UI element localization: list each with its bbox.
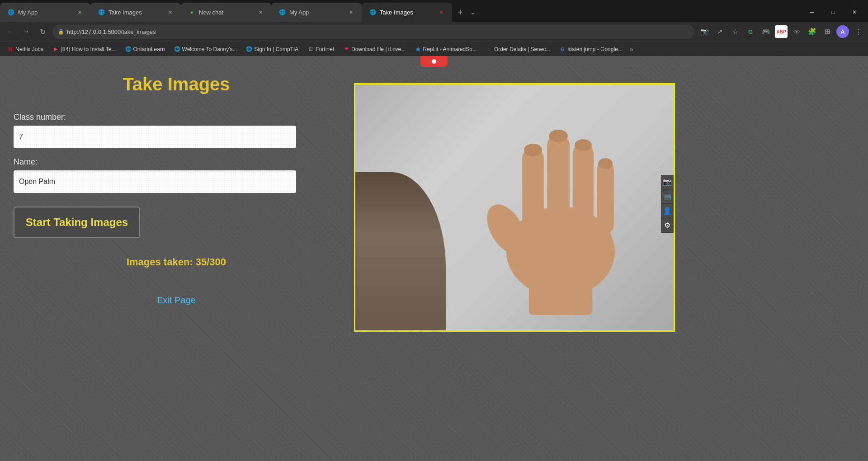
maximize-button[interactable]: □: [823, 5, 843, 19]
tab-favicon-1: 🌐: [7, 9, 14, 16]
bookmark-comptia[interactable]: 🌐 Sign In | CompTIA: [242, 45, 302, 53]
tab-my-app-1[interactable]: 🌐 My App ✕: [0, 3, 90, 22]
grammarly-icon[interactable]: G: [744, 25, 757, 38]
svg-point-8: [575, 139, 592, 151]
tab-title-2: Take Images: [108, 9, 163, 16]
tab-favicon-4: 🌐: [278, 9, 286, 16]
tab-title-3: New chat: [199, 9, 253, 16]
bookmark-danny[interactable]: 🌐 Welcome To Danny's...: [170, 45, 241, 53]
netflix-favicon: N: [7, 46, 14, 52]
window-controls: ─ □ ✕: [802, 3, 868, 22]
camera-person: [355, 172, 446, 330]
browser-chrome: 🌐 My App ✕ 🌐 Take Images ✕ ● New chat ✕ …: [0, 0, 868, 56]
address-row: ← → ↻ 🔒 http://127.0.0.1:5000/take_image…: [0, 22, 868, 42]
svg-rect-2: [522, 148, 544, 229]
svg-point-7: [549, 130, 568, 142]
bookmark-comptia-label: Sign In | CompTIA: [254, 46, 298, 52]
tab-favicon-2: 🌐: [98, 9, 105, 16]
close-window-button[interactable]: ✕: [844, 5, 864, 19]
minimize-button[interactable]: ─: [802, 5, 822, 19]
comptia-favicon: 🌐: [246, 46, 252, 52]
bookmark-fortinet[interactable]: ⊞ Fortinet: [304, 45, 338, 53]
svg-point-6: [524, 144, 542, 156]
bookmarks-overflow[interactable]: »: [628, 45, 635, 54]
google-favicon: G: [559, 46, 566, 52]
profile-icon[interactable]: A: [836, 25, 849, 38]
person-icon[interactable]: 👤: [661, 204, 674, 218]
tab-favicon-5: 🌐: [369, 9, 376, 16]
tab-title-5: Take Images: [380, 9, 434, 16]
forward-button[interactable]: →: [20, 25, 33, 38]
new-tab-button[interactable]: +: [452, 3, 468, 22]
tab-close-4[interactable]: ✕: [347, 9, 354, 16]
camera-side-icons: 📷 📹 👤 ⚙: [661, 175, 674, 233]
unknown-icon[interactable]: 👁: [790, 25, 803, 38]
tab-favicon-3: ●: [188, 9, 195, 16]
bookmark-google[interactable]: G idaten jump - Google...: [556, 45, 626, 53]
recording-indicator: [420, 56, 448, 67]
video-icon[interactable]: 📹: [661, 189, 674, 204]
lock-icon: 🔒: [58, 29, 64, 35]
refresh-button[interactable]: ↻: [36, 25, 49, 38]
discord-icon[interactable]: 🎮: [760, 25, 772, 38]
bookmark-replit-label: Repl.it - AnimatedSo...: [423, 46, 477, 52]
tab-close-1[interactable]: ✕: [76, 9, 83, 16]
extensions-icon[interactable]: 🧩: [806, 25, 818, 38]
bookmark-ontariolearn[interactable]: 🌐 OntarioLearn: [122, 45, 169, 53]
camera-feed: 📷 📹 👤 ⚙: [355, 85, 674, 330]
adblock-icon[interactable]: ABP: [775, 25, 788, 38]
tab-title-1: My App: [18, 9, 72, 16]
recording-dot: [432, 59, 436, 64]
page-content: Take Images Class number: Name: Start Ta…: [0, 56, 868, 461]
camera-panel: 📷 📹 👤 ⚙: [354, 83, 675, 332]
tab-list-dropdown[interactable]: ⌄: [468, 3, 477, 22]
address-bar[interactable]: 🔒 http://127.0.0.1:5000/take_images: [52, 24, 694, 39]
bookmark-order-label: Order Details | Senec...: [494, 46, 551, 52]
bookmark-youtube[interactable]: ▶ (84) How to Install Te...: [49, 45, 120, 53]
bookmark-netflix-label: Netflix Jobs: [15, 46, 43, 52]
bookmark-replit[interactable]: ◉ Repl.it - AnimatedSo...: [411, 45, 481, 53]
tab-close-3[interactable]: ✕: [257, 9, 264, 16]
bookmark-google-label: idaten jump - Google...: [567, 46, 622, 52]
svg-point-9: [598, 158, 613, 169]
bookmark-ilovepdf[interactable]: ❤ Download file | iLove...: [340, 45, 410, 53]
settings-camera-icon[interactable]: ⚙: [661, 218, 674, 233]
tab-bar: 🌐 My App ✕ 🌐 Take Images ✕ ● New chat ✕ …: [0, 0, 868, 22]
url-text: http://127.0.0.1:5000/take_images: [67, 28, 156, 35]
svg-rect-5: [597, 161, 614, 234]
bookmark-fortinet-label: Fortinet: [316, 46, 334, 52]
danny-favicon: 🌐: [174, 46, 180, 52]
ontariolearn-favicon: 🌐: [125, 46, 132, 52]
bookmarks-bar: N Netflix Jobs ▶ (84) How to Install Te.…: [0, 42, 868, 56]
bookmark-netflix[interactable]: N Netflix Jobs: [4, 45, 47, 53]
svg-rect-4: [573, 143, 594, 231]
back-button[interactable]: ←: [4, 25, 16, 38]
bookmark-danny-label: Welcome To Danny's...: [182, 46, 237, 52]
photo-icon[interactable]: 📷: [661, 175, 674, 189]
bookmark-order[interactable]: ○ Order Details | Senec...: [482, 45, 554, 53]
tab-close-2[interactable]: ✕: [166, 9, 174, 16]
svg-rect-10: [529, 279, 592, 315]
bookmark-ontariolearn-label: OntarioLearn: [133, 46, 165, 52]
share-icon[interactable]: ↗: [713, 25, 726, 38]
hand-svg: [470, 98, 651, 315]
bookmark-youtube-label: (84) How to Install Te...: [61, 46, 116, 52]
cast-icon[interactable]: 📷: [698, 25, 711, 38]
tab-my-app-2[interactable]: 🌐 My App ✕: [271, 3, 362, 22]
more-menu-button[interactable]: ⋮: [852, 25, 864, 38]
tab-title-4: My App: [289, 9, 344, 16]
youtube-favicon: ▶: [52, 46, 59, 52]
replit-favicon: ◉: [415, 46, 421, 52]
tab-take-images-1[interactable]: 🌐 Take Images ✕: [90, 3, 181, 22]
svg-rect-3: [547, 134, 570, 229]
layout-icon[interactable]: ⊞: [821, 25, 834, 38]
order-favicon: ○: [486, 46, 492, 52]
toolbar-icons: 📷 ↗ ☆ G 🎮 ABP 👁 🧩 ⊞ A ⋮: [698, 25, 864, 38]
tab-take-images-2-active[interactable]: 🌐 Take Images ✕: [362, 3, 452, 22]
fortinet-favicon: ⊞: [307, 46, 314, 52]
tab-new-chat[interactable]: ● New chat ✕: [181, 3, 271, 22]
bookmark-star-icon[interactable]: ☆: [729, 25, 741, 38]
tab-close-5[interactable]: ✕: [438, 9, 445, 16]
bookmark-ilovepdf-label: Download file | iLove...: [351, 46, 406, 52]
ilovepdf-favicon: ❤: [343, 46, 349, 52]
